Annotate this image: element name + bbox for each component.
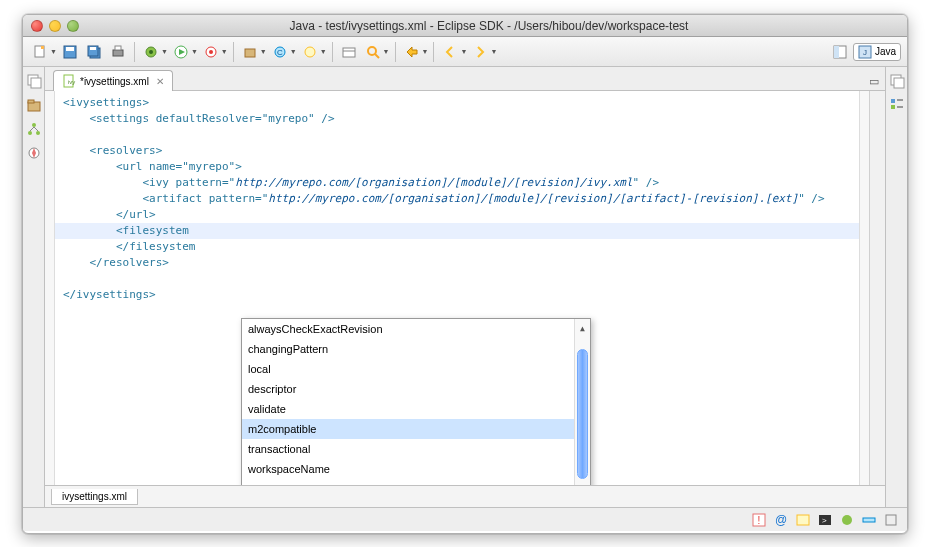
completion-item[interactable]: changingPattern <box>242 339 574 359</box>
status-bar: ! @ > <box>23 507 907 531</box>
svg-rect-1 <box>41 46 44 49</box>
dropdown-icon[interactable]: ▼ <box>191 48 198 55</box>
debug-button[interactable] <box>140 41 162 63</box>
completion-item[interactable]: envDependent <box>242 479 574 485</box>
dropdown-icon[interactable]: ▼ <box>320 48 327 55</box>
editor-tab[interactable]: ivy *ivysettings.xml ✕ <box>53 70 173 91</box>
ivy-resolve-icon[interactable] <box>839 512 855 528</box>
svg-point-31 <box>32 123 36 127</box>
perspective-open-button[interactable] <box>829 41 851 63</box>
new-button[interactable] <box>29 41 51 63</box>
minimize-button[interactable] <box>49 20 61 32</box>
navigator-icon[interactable] <box>26 145 42 161</box>
new-package-button[interactable] <box>239 41 261 63</box>
window-title: Java - test/ivysettings.xml - Eclipse SD… <box>79 19 899 33</box>
left-trim <box>23 67 45 507</box>
close-tab-icon[interactable]: ✕ <box>156 76 164 87</box>
svg-point-18 <box>305 47 315 57</box>
save-button[interactable] <box>59 41 81 63</box>
dropdown-icon[interactable]: ▼ <box>460 48 467 55</box>
scroll-up-icon[interactable]: ▲ <box>578 321 587 337</box>
svg-rect-8 <box>115 46 121 50</box>
problems-icon[interactable]: ! <box>751 512 767 528</box>
java-icon: J <box>858 45 872 59</box>
restore-icon[interactable] <box>889 73 905 89</box>
console-icon[interactable]: > <box>817 512 833 528</box>
forward-button[interactable] <box>469 41 491 63</box>
popup-scrollbar[interactable]: ▲ ▼ <box>574 319 590 485</box>
progress-icon[interactable] <box>861 512 877 528</box>
svg-text:!: ! <box>758 515 761 526</box>
svg-text:>: > <box>822 516 827 525</box>
left-ruler <box>45 91 55 485</box>
completion-item[interactable]: m2compatible <box>242 419 574 439</box>
svg-point-21 <box>368 47 376 55</box>
editor-body[interactable]: <ivysettings> <settings defaultResolver=… <box>45 91 885 485</box>
svg-point-10 <box>149 50 153 54</box>
dropdown-icon[interactable]: ▼ <box>422 48 429 55</box>
eclipse-window: Java - test/ivysettings.xml - Eclipse SD… <box>22 14 908 534</box>
svg-rect-52 <box>863 518 875 522</box>
completion-item[interactable]: transactional <box>242 439 574 459</box>
svg-point-33 <box>36 131 40 135</box>
run-button[interactable] <box>170 41 192 63</box>
right-trim <box>885 67 907 507</box>
svg-line-35 <box>34 127 38 131</box>
dropdown-icon[interactable]: ▼ <box>260 48 267 55</box>
editor-area: ivy *ivysettings.xml ✕ ▭ <ivysettings> <… <box>45 67 885 507</box>
svg-rect-44 <box>897 106 903 108</box>
svg-rect-30 <box>28 100 34 103</box>
svg-rect-53 <box>886 515 896 525</box>
svg-rect-24 <box>834 46 839 58</box>
completion-item[interactable]: workspaceName <box>242 459 574 479</box>
scroll-thumb[interactable] <box>577 349 588 479</box>
right-ruler <box>859 91 869 485</box>
javadoc-icon[interactable]: @ <box>773 512 789 528</box>
svg-point-32 <box>28 131 32 135</box>
tab-label: *ivysettings.xml <box>80 76 149 87</box>
maximize-editor-icon[interactable]: ▭ <box>863 73 885 90</box>
svg-rect-43 <box>891 105 895 109</box>
last-edit-button[interactable] <box>401 41 423 63</box>
restore-icon[interactable] <box>26 73 42 89</box>
save-all-button[interactable] <box>83 41 105 63</box>
svg-text:ivy: ivy <box>68 79 75 85</box>
dropdown-icon[interactable]: ▼ <box>161 48 168 55</box>
svg-rect-3 <box>66 47 74 51</box>
trim-restore-icon[interactable] <box>883 512 899 528</box>
vertical-scrollbar[interactable] <box>869 91 885 485</box>
outline-icon[interactable] <box>889 97 905 113</box>
traffic-lights <box>31 20 79 32</box>
completion-item[interactable]: local <box>242 359 574 379</box>
dropdown-icon[interactable]: ▼ <box>221 48 228 55</box>
source-tab[interactable]: ivysettings.xml <box>51 489 138 505</box>
editor-bottom-tabs: ivysettings.xml <box>45 485 885 507</box>
declaration-icon[interactable] <box>795 512 811 528</box>
external-tools-button[interactable] <box>200 41 222 63</box>
svg-rect-28 <box>31 78 41 88</box>
svg-rect-6 <box>90 47 96 50</box>
completion-item[interactable]: alwaysCheckExactRevision <box>242 319 574 339</box>
print-button[interactable] <box>107 41 129 63</box>
svg-rect-42 <box>897 99 903 101</box>
hierarchy-icon[interactable] <box>26 121 42 137</box>
dropdown-icon[interactable]: ▼ <box>490 48 497 55</box>
package-explorer-icon[interactable] <box>26 97 42 113</box>
new-class-button[interactable]: C <box>269 41 291 63</box>
back-button[interactable] <box>439 41 461 63</box>
completion-item[interactable]: validate <box>242 399 574 419</box>
svg-text:@: @ <box>775 513 787 527</box>
svg-rect-15 <box>245 49 255 57</box>
completion-list[interactable]: alwaysCheckExactRevisionchangingPatternl… <box>242 319 574 485</box>
dropdown-icon[interactable]: ▼ <box>383 48 390 55</box>
close-button[interactable] <box>31 20 43 32</box>
new-type-button[interactable] <box>299 41 321 63</box>
perspective-java[interactable]: J Java <box>853 43 901 61</box>
dropdown-icon[interactable]: ▼ <box>290 48 297 55</box>
open-type-button[interactable] <box>338 41 360 63</box>
ivy-file-icon: ivy <box>62 74 76 88</box>
dropdown-icon[interactable]: ▼ <box>50 48 57 55</box>
search-button[interactable] <box>362 41 384 63</box>
completion-item[interactable]: descriptor <box>242 379 574 399</box>
maximize-button[interactable] <box>67 20 79 32</box>
